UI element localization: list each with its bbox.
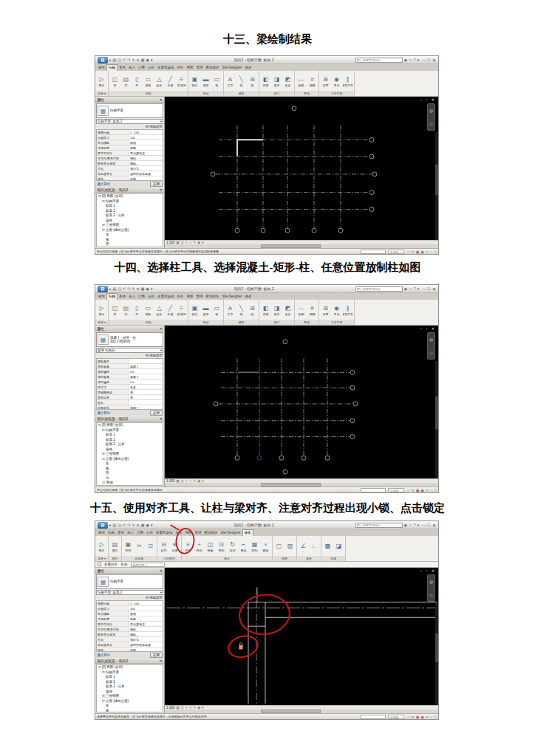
qat-icon[interactable]: ◉ <box>146 522 149 529</box>
property-value[interactable]: 编辑... <box>129 627 163 631</box>
property-value[interactable]: 项目北 <box>129 637 163 642</box>
drawing-canvas[interactable]: – ▫ ✕◍◎ <box>165 97 438 240</box>
qat-icon[interactable]: ⊜ <box>137 522 140 529</box>
ribbon-button-墙[interactable]: ▤墙 <box>121 304 131 316</box>
property-value[interactable]: 编辑... <box>129 156 163 160</box>
ribbon-button-旋转[interactable]: ↻旋转 <box>228 540 237 552</box>
status-icon[interactable]: ◉ <box>421 250 424 254</box>
ribbon-button-柱[interactable]: ▯柱 <box>132 75 142 87</box>
infocenter-search-input[interactable] <box>355 286 403 292</box>
ribbon-button-复制[interactable]: ⊡复制 <box>217 540 226 552</box>
ribbon-button-修改[interactable]: ▷修改 <box>97 75 106 87</box>
filter-box[interactable]: 过滤器 <box>388 715 404 719</box>
properties-help-link[interactable]: 属性帮助 <box>97 653 110 657</box>
ribbon-button-修改[interactable]: ▷修改 <box>97 540 106 552</box>
property-value[interactable]: 显示原状态 <box>129 151 163 155</box>
status-icon[interactable]: ✂ <box>426 715 429 719</box>
app-logo-button[interactable]: R <box>98 286 108 292</box>
property-value[interactable]: 粗略 <box>129 145 163 150</box>
tab-分析[interactable]: 分析 <box>145 530 154 536</box>
infocenter-icon[interactable]: ▾ <box>417 286 419 291</box>
property-value[interactable]: 标高 2 <box>129 374 163 379</box>
ribbon-button-属性[interactable]: ▤属性 <box>110 540 120 552</box>
qat-icon[interactable]: ◉ <box>146 57 149 63</box>
status-icon[interactable]: ○ <box>430 250 432 254</box>
qat-icon[interactable]: ▸ <box>109 286 112 292</box>
horizontal-scrollbar[interactable] <box>165 244 438 248</box>
properties-close-icon[interactable]: ✕ <box>160 97 163 102</box>
property-value[interactable]: 标准 <box>129 140 163 145</box>
ribbon-button-按面[interactable]: ◧按面 <box>261 75 270 87</box>
ribbon-button-组[interactable]: ⊞组 <box>248 304 257 316</box>
tab-系统[interactable]: 系统 <box>117 65 127 71</box>
infocenter-search-input[interactable] <box>355 58 403 63</box>
qat-icon[interactable]: ▤ <box>113 522 117 529</box>
property-value[interactable]: 标高 1 <box>129 364 163 368</box>
tree-item[interactable]: 南 <box>97 709 163 713</box>
infocenter-search-input[interactable] <box>355 523 403 528</box>
property-value[interactable]: 是 <box>129 395 163 399</box>
ribbon-button-桁架[interactable]: △桁架 <box>154 75 164 87</box>
ribbon-button-移动[interactable]: +移动 <box>194 540 204 552</box>
property-value[interactable]: 清理所有墙连接 <box>129 642 163 647</box>
ribbon-button-tool[interactable]: ∠ <box>299 542 308 550</box>
zoom-tool-icon[interactable]: ◎ <box>429 350 433 355</box>
worksets-box[interactable] <box>361 715 386 719</box>
ribbon-button-设置[interactable]: ⊞设置 <box>321 304 330 316</box>
qat-icon[interactable]: ▸ <box>109 522 112 529</box>
property-value[interactable]: 清理所有墙连接 <box>129 171 163 176</box>
browser-close-icon[interactable]: ✕ <box>160 188 163 192</box>
minimize-button[interactable]: – <box>423 58 425 63</box>
close-button[interactable]: ✕ <box>432 286 436 292</box>
infocenter-icon[interactable]: ? <box>414 58 416 62</box>
horizontal-scrollbar[interactable] <box>165 709 438 713</box>
status-icon[interactable]: ✎ <box>412 488 415 492</box>
ribbon-button-参照平面[interactable]: ∥参照平面 <box>343 75 352 87</box>
horizontal-scrollbar[interactable] <box>165 483 438 487</box>
drawing-canvas[interactable]: – ▫ ✕◍◎ <box>165 326 438 478</box>
tree-item[interactable]: 北 <box>97 247 163 248</box>
ribbon-button-垂直[interactable]: ◩垂直 <box>283 304 293 316</box>
minimize-button[interactable]: – <box>423 523 425 528</box>
ribbon-button-文字[interactable]: A文字 <box>225 304 235 316</box>
maximize-button[interactable]: □ <box>427 286 430 292</box>
horizontal-scrollbar-thumb[interactable] <box>261 709 321 713</box>
ribbon-button-tool[interactable]: ∟ <box>310 542 319 550</box>
ribbon-button-轴网[interactable]: #轴网 <box>307 75 317 87</box>
ribbon-button-桁架[interactable]: △桁架 <box>154 304 164 316</box>
ribbon-button-梁[interactable]: ◫梁 <box>110 75 120 87</box>
qat-icon[interactable]: ▾ <box>151 57 153 63</box>
tab-管理[interactable]: 管理 <box>194 530 203 536</box>
ribbon-button-梁[interactable]: ◫梁 <box>110 304 120 316</box>
tab-视图[interactable]: 视图 <box>185 294 195 300</box>
tab-注释[interactable]: 注释 <box>135 530 145 536</box>
status-icon[interactable]: ✓ <box>406 250 409 254</box>
qat-icon[interactable]: ✎ <box>132 286 134 292</box>
tab-注释[interactable]: 注释 <box>137 294 146 300</box>
properties-help-link[interactable]: 属性帮助 <box>97 411 110 415</box>
tab-系统[interactable]: 系统 <box>117 294 127 300</box>
tree-item[interactable]: ▤ 明细表/数量 <box>97 486 163 487</box>
tab-修改[interactable]: 修改 <box>242 529 253 536</box>
qat-icon[interactable]: ↷ <box>127 57 130 63</box>
ribbon-button-设置[interactable]: ⊞设置 <box>321 75 330 87</box>
ribbon-button-镜像[interactable]: ◫镜像 <box>205 540 215 552</box>
zoom-tool-icon[interactable]: ◎ <box>429 592 433 597</box>
property-value[interactable]: 项目北 <box>129 166 163 171</box>
ribbon-button-竖井[interactable]: ◨竖井 <box>272 304 282 316</box>
vertical-scrollbar-thumb[interactable] <box>435 396 438 430</box>
tab-协作[interactable]: 协作 <box>176 294 185 300</box>
steering-wheel-icon[interactable]: ◍ <box>429 579 433 584</box>
qat-icon[interactable]: ▸ <box>109 57 112 63</box>
ribbon-button-按面[interactable]: ◧按面 <box>261 304 270 316</box>
view-window-controls[interactable]: – ▫ ✕ <box>420 326 436 331</box>
close-button[interactable]: ✕ <box>432 58 436 63</box>
status-icon[interactable]: ✂ <box>426 250 429 254</box>
property-value[interactable] <box>129 400 163 405</box>
maximize-button[interactable]: □ <box>427 58 430 63</box>
infocenter-icon[interactable]: ▾ <box>417 58 419 62</box>
edit-type-button[interactable]: ⊞ 编辑类型 <box>146 596 163 599</box>
steering-wheel-icon[interactable]: ◍ <box>429 108 433 113</box>
tab-管理[interactable]: 管理 <box>195 294 205 300</box>
status-icon[interactable]: ▣ <box>416 488 420 492</box>
